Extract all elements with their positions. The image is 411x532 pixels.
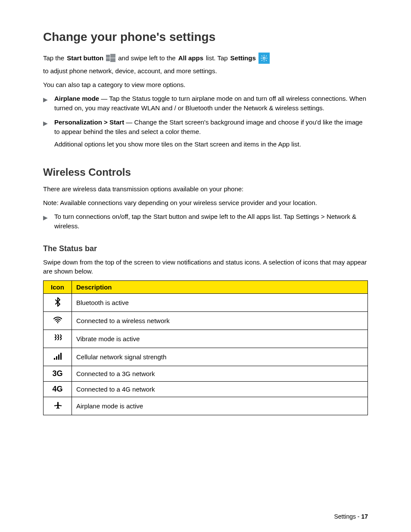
text-fragment: list. Tap [206,53,228,64]
status-icon-wifi [44,312,72,330]
status-description: Vibrate mode is active [72,330,368,348]
wireless-intro-text: There are wireless data transmission opt… [43,184,368,194]
bullet-personalization: ▶ Personalization > Start — Change the S… [43,118,368,137]
status-description: Bluetooth is active [72,294,368,312]
table-row: Cellular network signal strength [44,348,368,366]
svg-rect-4 [58,355,59,360]
heading-wireless-controls: Wireless Controls [43,166,368,178]
status-icons-table: Icon Description Bluetooth is activeConn… [43,280,368,415]
table-row: Connected to a wireless network [44,312,368,330]
settings-instruction-tail: to adjust phone network, device, account… [43,66,368,76]
settings-gear-icon [258,53,270,64]
status-description: Connected to a wireless network [72,312,368,330]
svg-rect-5 [60,353,62,360]
bullet-wireless-body: To turn connections on/off, tap the Star… [54,212,368,231]
table-row: 3GConnected to a 3G network [44,366,368,382]
status-icon-bluetooth [44,294,72,312]
status-description: Cellular network signal strength [72,348,368,366]
airplane-icon [53,400,63,411]
svg-point-1 [57,322,58,324]
windows-start-icon [106,53,115,63]
status-description: Airplane mode is active [72,397,368,415]
text-fragment: Tap the [43,53,64,64]
3g-icon: 3G [52,369,62,378]
heading-status-bar: The Status bar [43,244,368,253]
text-settings-word: Settings [230,53,256,64]
status-description: Connected to a 3G network [72,366,368,382]
status-description: Connected to a 4G network [72,382,368,397]
table-header-description: Description [72,281,368,294]
bullet-airplane-title: Airplane mode [54,95,99,102]
bullet-personalization-title: Personalization > Start [54,118,124,126]
signal-icon [53,351,63,361]
table-row: 4GConnected to a 4G network [44,382,368,397]
bullet-marker-icon: ▶ [43,94,48,113]
bullet-airplane-mode: ▶ Airplane mode — Tap the Status toggle … [43,94,368,113]
vibrate-icon [53,333,63,343]
4g-icon: 4G [52,385,62,394]
table-row: Airplane mode is active [44,397,368,415]
wifi-icon [53,315,63,325]
bluetooth-icon [53,297,63,307]
bullet-wireless-toggle: ▶ To turn connections on/off, tap the St… [43,212,368,231]
status-icon-3g: 3G [44,366,72,382]
status-icon-vibrate [44,330,72,348]
bullet-airplane-body: — Tap the Status toggle to turn airplane… [54,95,366,112]
svg-rect-2 [54,358,55,360]
status-icon-airplane [44,397,72,415]
settings-instruction-line: Tap the Start button and swipe left to t… [43,53,368,64]
table-row: Bluetooth is active [44,294,368,312]
status-icon-4g: 4G [44,382,72,397]
status-icon-signal [44,348,72,366]
text-all-apps: All apps [178,53,203,64]
bullet-marker-icon: ▶ [43,212,48,231]
wireless-note-text: Note: Available connections vary dependi… [43,198,368,208]
text-start-button: Start button [67,53,103,64]
table-row: Vibrate mode is active [44,330,368,348]
settings-instruction-second: You can also tap a category to view more… [43,80,368,90]
bullet-personalization-sub: Additional options let you show more til… [54,140,368,149]
heading-change-settings: Change your phone's settings [43,30,368,44]
svg-rect-3 [56,356,57,360]
bullet-marker-icon: ▶ [43,118,48,137]
svg-point-0 [263,57,265,59]
text-fragment: and swipe left to the [118,53,175,64]
page-number: Settings - 17 [334,513,368,520]
table-header-icon: Icon [44,281,72,294]
status-intro-text: Swipe down from the top of the screen to… [43,258,368,277]
